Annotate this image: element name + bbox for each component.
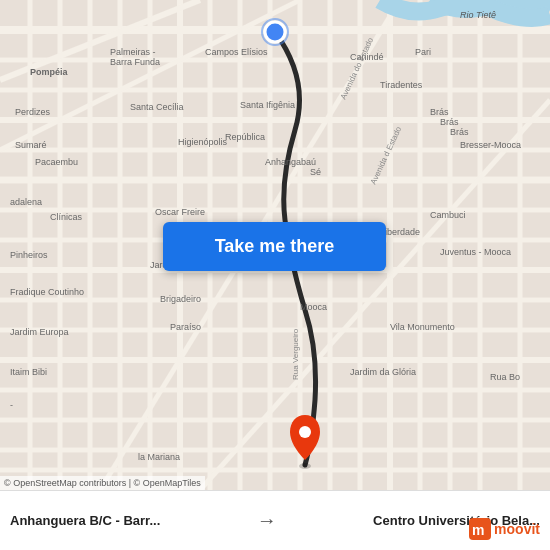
svg-text:Pacaembu: Pacaembu (35, 157, 78, 167)
from-station: Anhanguera B/C - Barr... (10, 513, 160, 528)
svg-text:la Mariana: la Mariana (138, 452, 180, 462)
svg-text:Mooca: Mooca (300, 302, 327, 312)
svg-point-85 (299, 426, 311, 438)
svg-text:Cambuci: Cambuci (430, 210, 466, 220)
svg-point-84 (299, 463, 311, 469)
bottom-bar: Anhanguera B/C - Barr... → Centro Univer… (0, 490, 550, 550)
svg-text:Clínicas: Clínicas (50, 212, 83, 222)
svg-text:Rio Tietê: Rio Tietê (460, 10, 496, 20)
map-attribution: © OpenStreetMap contributors | © OpenMap… (0, 476, 205, 490)
svg-text:Pinheiros: Pinheiros (10, 250, 48, 260)
svg-text:Barra Funda: Barra Funda (110, 57, 160, 67)
svg-text:Vila Monumento: Vila Monumento (390, 322, 455, 332)
svg-text:Palmeiras -: Palmeiras - (110, 47, 156, 57)
svg-text:Higienópolis: Higienópolis (178, 137, 228, 147)
svg-text:Fradique Coutinho: Fradique Coutinho (10, 287, 84, 297)
moovit-icon: m (469, 518, 491, 540)
svg-text:Brás: Brás (450, 127, 469, 137)
svg-text:Pari: Pari (415, 47, 431, 57)
svg-text:Rua Bo: Rua Bo (490, 372, 520, 382)
svg-text:Santa Ifigênia: Santa Ifigênia (240, 100, 295, 110)
svg-text:Tiradentes: Tiradentes (380, 80, 423, 90)
svg-text:Brás: Brás (430, 107, 449, 117)
svg-text:República: República (225, 132, 265, 142)
svg-text:Itaim Bibi: Itaim Bibi (10, 367, 47, 377)
svg-text:Oscar Freire: Oscar Freire (155, 207, 205, 217)
svg-text:Brás: Brás (440, 117, 459, 127)
svg-text:Sé: Sé (310, 167, 321, 177)
svg-text:adalena: adalena (10, 197, 42, 207)
from-station-name: Anhanguera B/C - Barr... (10, 513, 160, 528)
arrow-icon: → (249, 509, 285, 532)
svg-text:Perdizes: Perdizes (15, 107, 51, 117)
svg-text:Rua Vergueiro: Rua Vergueiro (291, 328, 300, 380)
svg-text:Jardim da Glória: Jardim da Glória (350, 367, 416, 377)
svg-text:Anhangabaú: Anhangabaú (265, 157, 316, 167)
svg-text:Campos Elísios: Campos Elísios (205, 47, 268, 57)
moovit-logo: m moovit (469, 518, 540, 540)
svg-text:Brigadeiro: Brigadeiro (160, 294, 201, 304)
map-container: Rio Tietê Pompéia Palmeiras - Barra Fund… (0, 0, 550, 490)
svg-text:Bresser-Mooca: Bresser-Mooca (460, 140, 521, 150)
svg-text:m: m (472, 522, 484, 538)
svg-text:Jardim Europa: Jardim Europa (10, 327, 69, 337)
svg-text:Pompéia: Pompéia (30, 67, 69, 77)
svg-text:Juventus - Mooca: Juventus - Mooca (440, 247, 511, 257)
svg-text:Paraíso: Paraíso (170, 322, 201, 332)
svg-text:Liberdade: Liberdade (380, 227, 420, 237)
svg-text:-: - (10, 400, 13, 410)
svg-point-82 (265, 22, 285, 42)
moovit-text: moovit (494, 521, 540, 537)
take-me-there-button[interactable]: Take me there (163, 222, 386, 271)
svg-text:Santa Cecília: Santa Cecília (130, 102, 184, 112)
svg-text:Sumaré: Sumaré (15, 140, 47, 150)
